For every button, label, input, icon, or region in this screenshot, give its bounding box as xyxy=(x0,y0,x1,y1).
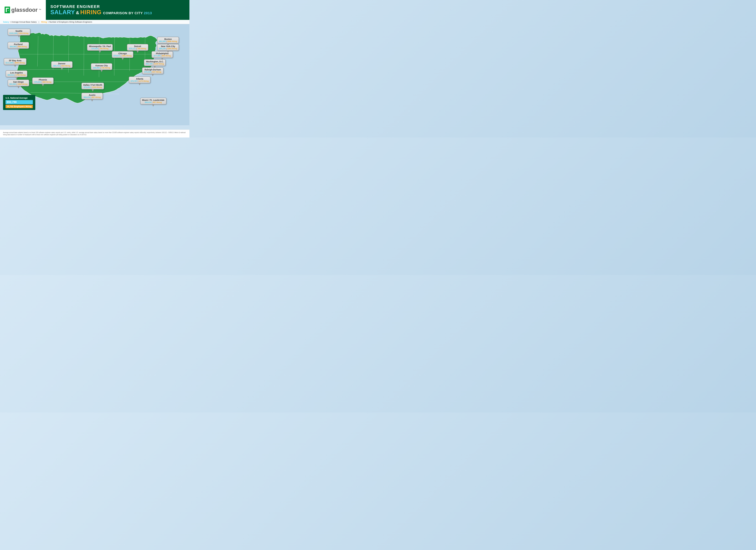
city-hiring: 1381 Hiring xyxy=(122,55,132,57)
comparison-word: COMPARISON BY CITY 2013 xyxy=(103,11,152,15)
city-label-phoenix: Phoenix $78,844 | 669 Hiring xyxy=(32,77,54,84)
city-name: Chicago xyxy=(114,52,132,55)
city-stats: $85,236 | 2264 Hiring xyxy=(159,48,177,50)
amp-word: & xyxy=(76,10,79,15)
city-hiring: 2139 Hiring xyxy=(154,63,164,65)
city-hiring: 759 Hiring xyxy=(137,48,146,50)
legend-hiring-label: Hiring xyxy=(41,21,47,23)
glassdoor-icon xyxy=(5,7,10,13)
city-name: Minneapolis / St. Paul xyxy=(89,45,111,48)
city-hiring: 2006 Hiring xyxy=(167,40,177,42)
legend-bar: Salary = Average Annual Base Salary | Hi… xyxy=(0,20,189,24)
salary-word: SALARY xyxy=(50,9,75,16)
city-stats: $103,196 | 1418 Hiring xyxy=(9,32,29,34)
city-stats: $70,111 | 759 Hiring xyxy=(129,48,146,50)
city-hiring: 1224 Hiring xyxy=(92,86,102,88)
city-label-kansas-city: Kansas City $68,892 | 378 Hiring xyxy=(91,63,112,70)
city-hiring: 1418 Hiring xyxy=(18,32,28,34)
logo-tm: ™ xyxy=(39,9,41,11)
city-label-austin: Austin $84,232 | 857 Hiring xyxy=(81,93,103,99)
city-name: Denver xyxy=(53,62,71,65)
city-salary: $69,830 xyxy=(145,101,151,103)
header: glassdoor™ SOFTWARE ENGINEER SALARY & HI… xyxy=(0,0,189,20)
city-stats: $93,993 | 1083 Hiring xyxy=(9,83,27,85)
city-name: Seattle xyxy=(9,30,29,32)
city-stats: $78,871 | 1381 Hiring xyxy=(114,55,132,57)
city-name: Atlanta xyxy=(131,78,149,80)
city-name: Austin xyxy=(83,94,101,96)
city-hiring: 669 Hiring xyxy=(42,81,51,83)
city-name: Washington, D.C. xyxy=(146,60,164,63)
legend-salary-label: Salary xyxy=(3,21,9,23)
city-stats: $80,763 | 810 Hiring xyxy=(53,65,71,67)
city-hiring: 3846 Hiring xyxy=(15,62,25,64)
city-stats: $69,830 | 457 Hiring xyxy=(142,101,165,103)
city-stats: $78,844 | 669 Hiring xyxy=(34,81,52,83)
legend-salary-def: = Average Annual Base Salary xyxy=(10,21,37,23)
city-label-seattle: Seattle $103,196 | 1418 Hiring xyxy=(8,29,30,35)
city-name: SF Bay Area xyxy=(6,59,25,62)
city-name: Detroit xyxy=(129,45,146,48)
city-hiring: 857 Hiring xyxy=(92,96,101,98)
city-salary: $78,802 xyxy=(84,86,90,88)
city-label-sf-bay-area: SF Bay Area $111,885 | 3846 Hiring xyxy=(4,58,27,65)
city-hiring: 794 Hiring xyxy=(100,48,108,50)
city-stats: $76,787 | 1173 Hiring xyxy=(131,80,149,82)
footer: Average annual base salaries based on at… xyxy=(0,130,189,137)
national-avg-salary: $92,790 xyxy=(5,100,33,104)
city-name: Raleigh-Durham xyxy=(144,68,162,71)
city-stats: $77,485 | 905 Hiring xyxy=(153,55,171,57)
city-hiring: 637 Hiring xyxy=(152,71,161,73)
title-area: SOFTWARE ENGINEER SALARY & HIRING COMPAR… xyxy=(46,0,189,20)
city-salary: $78,871 xyxy=(114,55,120,57)
city-hiring: 457 Hiring xyxy=(153,101,162,103)
logo-area: glassdoor™ xyxy=(0,0,46,20)
city-label-miami-ft-lauderdale: Miami / Ft. Lauderdale $69,830 | 457 Hir… xyxy=(140,98,166,105)
svg-point-3 xyxy=(8,10,9,11)
city-salary: $103,196 xyxy=(9,32,17,34)
city-hiring: 378 Hiring xyxy=(101,67,110,69)
city-salary: $83,765 xyxy=(146,63,152,65)
city-hiring: 684 Hiring xyxy=(18,46,27,48)
title-line1: SOFTWARE ENGINEER xyxy=(50,4,185,9)
city-label-dallas-fort-worth: Dallas / Fort Worth $78,802 | 1224 Hirin… xyxy=(81,83,104,89)
national-avg-hiring: 15,732 Employers Hiring xyxy=(5,105,33,108)
city-stats: $91,593 | 2006 Hiring xyxy=(159,40,177,42)
city-name: Dallas / Fort Worth xyxy=(83,84,102,86)
city-label-san-diego: San Diego $93,993 | 1083 Hiring xyxy=(8,80,29,86)
city-label-portland: Portland $84,562 | 684 Hiring xyxy=(8,42,29,49)
city-label-boston: Boston $91,593 | 2006 Hiring xyxy=(157,37,179,44)
city-hiring: 1173 Hiring xyxy=(139,80,149,82)
city-label-washington-d-c-: Washington, D.C. $83,765 | 2139 Hiring xyxy=(144,59,166,66)
city-salary: $78,844 xyxy=(34,81,41,83)
city-stats: $84,562 | 684 Hiring xyxy=(9,46,27,48)
city-hiring: 1083 Hiring xyxy=(18,83,27,85)
national-average-box: U.S. National Average $92,790 15,732 Emp… xyxy=(3,95,35,110)
logo: glassdoor™ xyxy=(5,7,41,13)
hiring-word: HIRING xyxy=(80,9,102,16)
city-stats: $84,232 | 857 Hiring xyxy=(83,96,101,98)
city-label-detroit: Detroit $70,111 | 759 Hiring xyxy=(127,44,148,51)
city-salary: $75,925 xyxy=(92,48,98,50)
city-salary: $111,885 xyxy=(6,62,13,64)
city-salary: $70,111 xyxy=(129,48,136,50)
city-stats: $79,634 | 637 Hiring xyxy=(144,71,162,73)
city-stats: $83,765 | 2139 Hiring xyxy=(146,63,164,65)
logo-text: glassdoor xyxy=(11,7,38,13)
city-salary: $76,787 xyxy=(131,80,137,82)
city-salary: $77,485 xyxy=(154,55,160,57)
city-label-chicago: Chicago $78,871 | 1381 Hiring xyxy=(112,51,134,58)
city-hiring: 1784 Hiring xyxy=(16,74,26,76)
city-salary: $86,511 xyxy=(7,74,14,76)
city-name: Boston xyxy=(159,38,177,40)
city-label-atlanta: Atlanta $76,787 | 1173 Hiring xyxy=(129,77,150,83)
city-name: Phoenix xyxy=(34,79,52,81)
city-hiring: 905 Hiring xyxy=(162,55,171,57)
city-stats: $78,802 | 1224 Hiring xyxy=(83,86,102,88)
city-salary: $93,993 xyxy=(9,83,16,85)
city-salary: $84,562 xyxy=(10,46,16,48)
city-name: Miami / Ft. Lauderdale xyxy=(142,99,165,101)
city-stats: $75,925 | 794 Hiring xyxy=(89,48,111,50)
city-stats: $111,885 | 3846 Hiring xyxy=(6,62,25,64)
city-hiring: 810 Hiring xyxy=(61,65,70,67)
